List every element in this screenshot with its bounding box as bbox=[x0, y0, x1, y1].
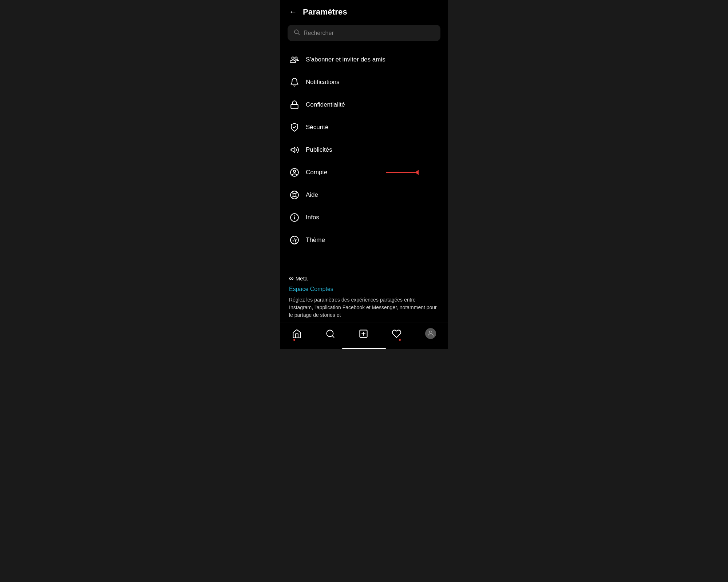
nav-add[interactable] bbox=[355, 327, 372, 340]
heart-icon bbox=[392, 329, 401, 339]
espace-comptes-link[interactable]: Espace Comptes bbox=[289, 286, 439, 292]
account-arrow-indicator bbox=[386, 170, 419, 175]
menu-item-help[interactable]: Aide bbox=[288, 184, 440, 206]
menu-item-confidentiality[interactable]: Confidentialité bbox=[288, 93, 440, 116]
header: ← Paramètres bbox=[280, 0, 448, 20]
profile-avatar bbox=[425, 328, 436, 339]
heart-dot bbox=[399, 339, 401, 341]
nav-profile[interactable] bbox=[422, 327, 440, 340]
menu-label-confidentiality: Confidentialité bbox=[306, 101, 345, 108]
menu-item-ads[interactable]: Publicités bbox=[288, 139, 440, 161]
home-icon bbox=[292, 329, 302, 339]
menu-label-ads: Publicités bbox=[306, 146, 332, 154]
nav-heart[interactable] bbox=[388, 327, 405, 340]
red-arrow-line bbox=[386, 170, 419, 175]
svg-rect-2 bbox=[291, 104, 298, 109]
menu-label-theme: Thème bbox=[306, 236, 325, 244]
search-icon bbox=[293, 29, 300, 37]
svg-line-20 bbox=[332, 335, 334, 337]
svg-point-17 bbox=[294, 238, 295, 239]
meta-section: ∞ Meta Espace Comptes Réglez les paramèt… bbox=[280, 267, 448, 323]
megaphone-icon bbox=[289, 144, 300, 155]
plus-square-icon bbox=[359, 329, 368, 339]
home-dot bbox=[293, 339, 295, 341]
settings-menu: S'abonner et inviter des amis Notificati… bbox=[280, 48, 448, 267]
menu-item-notifications[interactable]: Notifications bbox=[288, 71, 440, 93]
search-placeholder-text: Rechercher bbox=[304, 30, 334, 36]
home-indicator-bar bbox=[342, 348, 386, 349]
menu-label-info: Infos bbox=[306, 214, 319, 221]
menu-label-help: Aide bbox=[306, 191, 318, 199]
menu-item-theme[interactable]: Thème bbox=[288, 229, 440, 251]
svg-point-16 bbox=[293, 240, 294, 242]
menu-label-notifications: Notifications bbox=[306, 79, 340, 86]
menu-item-info[interactable]: Infos bbox=[288, 206, 440, 229]
meta-infinity-symbol: ∞ bbox=[289, 275, 293, 282]
menu-label-subscribe: S'abonner et inviter des amis bbox=[306, 56, 385, 63]
lock-icon bbox=[289, 99, 300, 110]
meta-description: Réglez les paramètres des expériences pa… bbox=[289, 296, 439, 319]
page-title: Paramètres bbox=[303, 7, 347, 17]
info-icon bbox=[289, 212, 300, 223]
shield-icon bbox=[289, 122, 300, 133]
lifebuoy-icon bbox=[289, 190, 300, 200]
menu-label-security: Sécurité bbox=[306, 124, 328, 131]
palette-icon bbox=[289, 235, 300, 246]
search-bar[interactable]: Rechercher bbox=[288, 25, 440, 41]
nav-search[interactable] bbox=[322, 327, 339, 340]
search-section: Rechercher bbox=[280, 20, 448, 48]
bottom-navigation bbox=[280, 323, 448, 346]
menu-item-subscribe[interactable]: S'abonner et inviter des amis bbox=[288, 48, 440, 71]
menu-label-account: Compte bbox=[306, 169, 328, 176]
bell-icon bbox=[289, 77, 300, 88]
svg-point-24 bbox=[429, 331, 432, 334]
user-circle-icon bbox=[289, 167, 300, 178]
add-user-icon bbox=[289, 54, 300, 65]
search-nav-icon bbox=[325, 329, 335, 339]
svg-line-8 bbox=[296, 196, 297, 198]
meta-logo: ∞ Meta bbox=[289, 275, 439, 282]
svg-point-4 bbox=[293, 170, 296, 173]
menu-item-security[interactable]: Sécurité bbox=[288, 116, 440, 139]
menu-item-account[interactable]: Compte bbox=[288, 161, 440, 184]
meta-logo-text: Meta bbox=[296, 275, 308, 282]
svg-line-7 bbox=[292, 192, 293, 194]
nav-home[interactable] bbox=[288, 327, 305, 340]
phone-screen: ← Paramètres Rechercher S'abonner e bbox=[280, 0, 448, 349]
svg-line-11 bbox=[292, 196, 293, 198]
svg-line-10 bbox=[296, 192, 297, 194]
svg-line-1 bbox=[298, 33, 299, 35]
back-button[interactable]: ← bbox=[289, 8, 297, 16]
